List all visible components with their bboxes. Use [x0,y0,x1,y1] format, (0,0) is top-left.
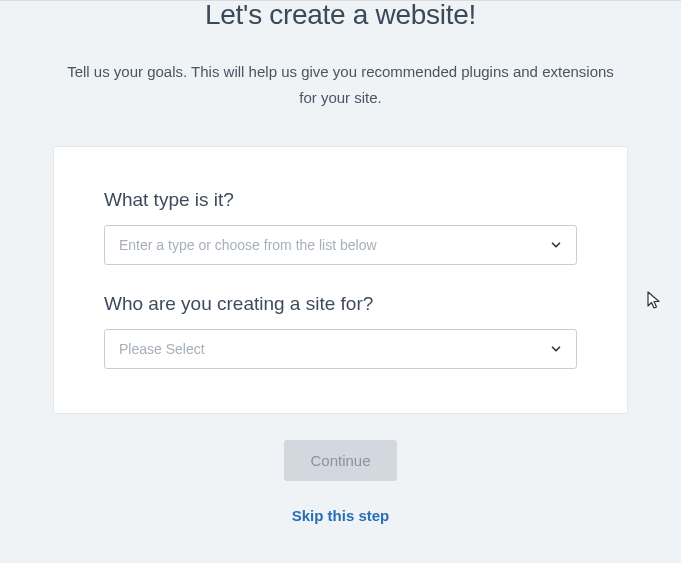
type-select-wrap [104,225,577,265]
actions-area: Continue Skip this step [16,440,665,525]
audience-select-wrap: Please Select [104,329,577,369]
type-combobox-input[interactable] [104,225,577,265]
type-field-label: What type is it? [104,189,577,211]
skip-step-link[interactable]: Skip this step [292,507,390,524]
page-subtitle: Tell us your goals. This will help us gi… [61,59,621,110]
audience-select[interactable]: Please Select [104,329,577,369]
audience-select-placeholder: Please Select [119,341,205,357]
type-field-group: What type is it? [104,189,577,265]
page-title: Let's create a website! [16,0,665,31]
audience-field-group: Who are you creating a site for? Please … [104,293,577,369]
audience-field-label: Who are you creating a site for? [104,293,577,315]
onboarding-card: What type is it? Who are you creating a … [53,146,628,414]
continue-button[interactable]: Continue [284,440,396,481]
